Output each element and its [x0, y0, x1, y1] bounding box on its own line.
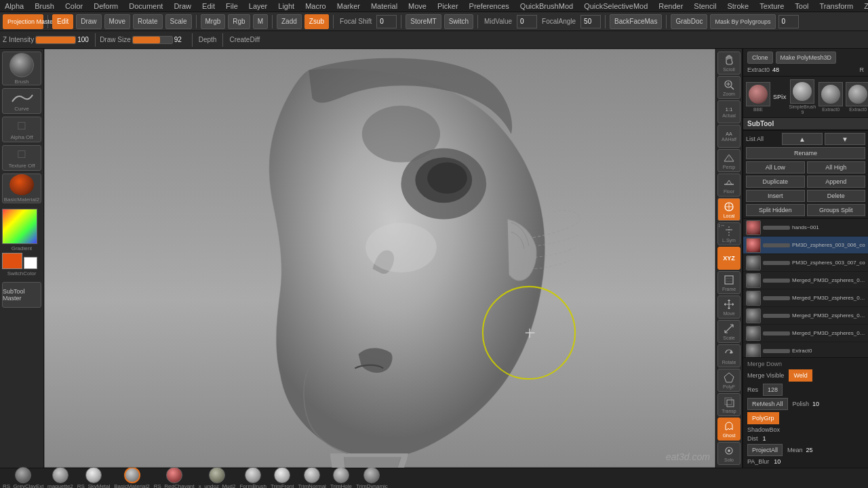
- remesh-all-button[interactable]: ReMesh All: [747, 398, 788, 410]
- intensity-value[interactable]: 100: [77, 36, 91, 43]
- mat-formbrush[interactable]: FormBrush: [239, 467, 267, 488]
- menu-alpha[interactable]: Alpha: [3, 2, 26, 10]
- subtool-item-hands[interactable]: hands~001: [743, 219, 868, 237]
- mat-maquette2[interactable]: maquette2: [47, 467, 73, 488]
- persp-button[interactable]: Persp: [717, 149, 741, 172]
- subtool-item-merged2[interactable]: Merged_PM3D_zspheres_003_: [743, 289, 868, 307]
- mat-trimdynamic[interactable]: TrimDynamic: [356, 467, 388, 488]
- subtool-master-tool[interactable]: SubTool Master: [2, 282, 41, 308]
- move-button[interactable]: Move: [104, 14, 130, 29]
- xyz-button[interactable]: XYZ: [717, 247, 741, 270]
- polish-value[interactable]: 10: [812, 401, 819, 407]
- rotate-view-button[interactable]: Rotate: [717, 344, 741, 367]
- actual-button[interactable]: 1:1 Actual: [717, 100, 741, 123]
- mat-trimfront[interactable]: TrimFront: [271, 467, 294, 488]
- menu-edit[interactable]: Edit: [200, 2, 217, 10]
- zsub-button[interactable]: Zsub: [304, 14, 329, 29]
- delete-button[interactable]: Delete: [807, 190, 866, 202]
- subtool-slider-merged1[interactable]: [763, 279, 790, 283]
- secondary-color-swatch[interactable]: [24, 257, 37, 269]
- mat-basicmaterial2[interactable]: BasicMaterial2: [114, 467, 149, 488]
- brush-tool[interactable]: Brush: [2, 52, 41, 85]
- subtool-slider-merged4[interactable]: [763, 331, 790, 336]
- menu-light[interactable]: Light: [276, 2, 296, 10]
- brush-thumb-1[interactable]: [746, 82, 770, 106]
- subtool-slider-hands[interactable]: [763, 226, 790, 230]
- main-color-swatch[interactable]: [2, 253, 22, 269]
- floor-button[interactable]: Floor: [717, 174, 741, 197]
- menu-zoom[interactable]: Zoom: [862, 2, 868, 10]
- texture-off-tool[interactable]: □ Texture Off: [2, 145, 41, 171]
- subtool-item-pm3d2[interactable]: PM3D_zspheres_003_007_co: [743, 254, 868, 272]
- menu-quickselectivemod[interactable]: QuickSelectiveMod: [582, 2, 650, 10]
- menu-draw[interactable]: Draw: [172, 2, 193, 10]
- append-button[interactable]: Append: [807, 176, 866, 188]
- menu-transform[interactable]: Transform: [817, 2, 855, 10]
- canvas-area[interactable]: eat3d.com: [44, 49, 715, 468]
- backface-button[interactable]: BackFaceMas: [610, 14, 662, 29]
- menu-texture[interactable]: Texture: [757, 2, 786, 10]
- midvalue-value[interactable]: 0: [517, 15, 537, 28]
- solo-button[interactable]: Solo: [717, 442, 741, 465]
- groups-split-button[interactable]: Groups Split: [807, 204, 866, 216]
- menu-preferences[interactable]: Preferences: [467, 2, 511, 10]
- rename-button[interactable]: Rename: [746, 147, 865, 159]
- menu-marker[interactable]: Marker: [335, 2, 362, 10]
- rotate-button-tb[interactable]: Rotate: [133, 14, 162, 29]
- rgb-button[interactable]: Rgb: [228, 14, 250, 29]
- draw-button[interactable]: Draw: [76, 14, 101, 29]
- insert-button[interactable]: Insert: [746, 190, 805, 202]
- subtool-item-merged1[interactable]: Merged_PM3D_zspheres_003_: [743, 272, 868, 289]
- zoom-button[interactable]: Zoom: [717, 76, 741, 99]
- dist-value[interactable]: 1: [763, 435, 766, 442]
- move-view-button[interactable]: Move: [717, 296, 741, 319]
- m-button[interactable]: M: [253, 14, 268, 29]
- project-all-button[interactable]: ProjectAll: [747, 444, 783, 456]
- local-button[interactable]: Local: [717, 198, 741, 221]
- mask-polygroups-value[interactable]: 0: [778, 15, 799, 28]
- mat-rs-redchavant[interactable]: RS_RedChavant: [154, 467, 195, 488]
- menu-macro[interactable]: Macro: [303, 2, 328, 10]
- aahalf-button[interactable]: AA AAHalf: [717, 125, 741, 148]
- mean-value[interactable]: 25: [806, 447, 813, 453]
- intensity-track[interactable]: [35, 36, 76, 44]
- subtool-slider-pm3d2[interactable]: [763, 261, 790, 265]
- material-tool[interactable]: BasicMaterial2: [2, 174, 41, 203]
- menu-render[interactable]: Render: [656, 2, 685, 10]
- subtool-slider-extract0[interactable]: [763, 349, 790, 353]
- drawsize-track[interactable]: [132, 36, 173, 44]
- focal-angle-value[interactable]: 50: [580, 15, 601, 28]
- subtool-item-merged3[interactable]: Merged_PM3D_zspheres_003_: [743, 307, 868, 325]
- mat-trimnormal[interactable]: TrimNormal: [298, 467, 326, 488]
- projection-master-button[interactable]: Projection Master: [3, 14, 43, 29]
- menu-layer[interactable]: Layer: [247, 2, 270, 10]
- scroll-button[interactable]: Scroll: [717, 52, 741, 75]
- transp-button[interactable]: Transp: [717, 393, 741, 416]
- polygrp-button[interactable]: PolyGrp: [747, 412, 779, 424]
- menu-stencil[interactable]: Stencil: [692, 2, 718, 10]
- mat-trimhole[interactable]: TrimHole: [330, 467, 352, 488]
- focal-shift-value[interactable]: 0: [376, 15, 397, 28]
- res-value[interactable]: 128: [763, 384, 783, 396]
- menu-material[interactable]: Material: [369, 2, 399, 10]
- ghost-button[interactable]: Ghost: [717, 418, 741, 441]
- menu-brush[interactable]: Brush: [33, 2, 56, 10]
- menu-tool[interactable]: Tool: [793, 2, 810, 10]
- drawsize-value[interactable]: 92: [174, 36, 188, 43]
- clone-button[interactable]: Clone: [747, 52, 773, 64]
- polyf-button[interactable]: PolyF: [717, 369, 741, 392]
- menu-file[interactable]: File: [224, 2, 240, 10]
- mat-rs-greyclayext[interactable]: RS_GreyClayExt: [3, 467, 43, 488]
- subtool-slider-pm3d1[interactable]: [763, 243, 790, 247]
- duplicate-button[interactable]: Duplicate: [746, 176, 805, 188]
- menu-picker[interactable]: Picker: [435, 2, 460, 10]
- lsym-button[interactable]: L.Sym ↕↔: [717, 222, 741, 245]
- all-low-button[interactable]: All Low: [746, 161, 805, 174]
- mask-polygroups-button[interactable]: Mask By Polygroups: [710, 14, 775, 29]
- menu-document[interactable]: Document: [127, 2, 165, 10]
- switch-button[interactable]: Switch: [444, 14, 473, 29]
- brush-thumb-2[interactable]: [790, 79, 814, 104]
- curve-tool[interactable]: Curve: [2, 88, 41, 114]
- all-high-button[interactable]: All High: [807, 161, 866, 174]
- mrgb-button[interactable]: Mrgb: [201, 14, 226, 29]
